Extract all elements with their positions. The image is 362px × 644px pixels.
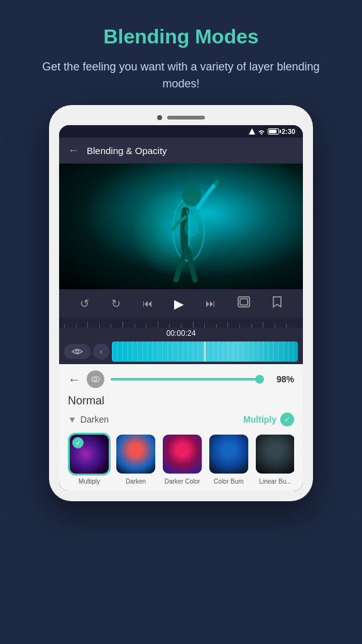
svg-point-3	[182, 184, 201, 206]
phone-notch	[59, 115, 303, 120]
swatch-multiply[interactable]: ✓ Multiply	[68, 433, 111, 485]
status-icons: 2:30	[249, 128, 295, 135]
swatch-darken-label: Darken	[126, 478, 146, 485]
status-time: 2:30	[282, 128, 295, 135]
play-button[interactable]: ▶	[174, 296, 184, 311]
selected-check-icon: ✓	[280, 413, 294, 426]
section-chevron-icon: ▼	[68, 414, 77, 425]
signal-icon	[249, 128, 255, 135]
redo-button[interactable]: ↻	[111, 297, 121, 311]
loop-icon	[238, 296, 250, 308]
darken-section-header: ▼ Darken Multiply ✓	[68, 413, 294, 426]
page-subtitle: Get the feeling you want with a variety …	[25, 58, 337, 92]
svg-point-1	[261, 134, 262, 135]
layers-icon	[91, 375, 100, 384]
swatch-linear-burn-label: Linear Bu...	[259, 478, 291, 485]
selected-mode-indicator: Multiply ✓	[243, 413, 294, 426]
video-background	[59, 164, 303, 289]
swatch-darker-color[interactable]: Darker Color	[161, 433, 204, 485]
status-bar: 2:30	[59, 125, 303, 138]
bookmark-button[interactable]	[272, 296, 282, 311]
svg-marker-0	[249, 128, 255, 135]
playhead	[204, 341, 206, 362]
track-row: ‹	[59, 339, 303, 364]
phone-mockup: 2:30 ← Blending & Opacity	[49, 105, 313, 501]
top-bar: ← Blending & Opacity	[59, 138, 303, 164]
back-button[interactable]: ←	[68, 144, 79, 157]
back-to-timeline-button[interactable]: ←	[68, 372, 80, 387]
swatch-linear-burn[interactable]: Linear Bu...	[254, 433, 294, 485]
wifi-icon	[258, 128, 265, 135]
opacity-control-row: ← 98%	[68, 370, 294, 388]
blend-mode-icon	[87, 370, 104, 388]
svg-point-4	[213, 176, 221, 186]
swatch-multiply-label: Multiply	[79, 478, 100, 485]
track-chevron[interactable]: ‹	[93, 343, 109, 360]
swatch-darker-color-label: Darker Color	[165, 478, 200, 485]
swatch-color-burn-img	[207, 433, 250, 475]
current-blend-mode: Normal	[68, 394, 294, 408]
speaker-bar	[167, 116, 205, 119]
svg-rect-6	[240, 299, 248, 305]
battery-icon	[268, 128, 279, 135]
blend-swatches-row: ✓ Multiply Darken Darker Color	[68, 433, 294, 485]
selected-mode-text: Multiply	[243, 414, 277, 425]
timecode-display: 00:00:24	[59, 328, 303, 339]
header-section: Blending Modes Get the feeling you want …	[0, 0, 362, 105]
darken-label: Darken	[80, 414, 109, 425]
swatch-darken[interactable]: Darken	[114, 433, 157, 485]
visibility-toggle[interactable]	[64, 344, 90, 359]
video-preview	[59, 164, 303, 289]
opacity-slider[interactable]	[111, 378, 263, 380]
skip-forward-button[interactable]: ⏭	[206, 298, 216, 309]
phone-screen: 2:30 ← Blending & Opacity	[59, 125, 303, 491]
swatch-linear-burn-img	[254, 433, 294, 475]
screen-title: Blending & Opacity	[87, 145, 167, 156]
loop-button[interactable]	[238, 296, 250, 311]
blend-controls: ← 98% Normal ▼ Darken	[59, 364, 303, 491]
dancer-figure	[151, 176, 226, 283]
opacity-value: 98%	[269, 374, 294, 384]
swatch-darken-img	[114, 433, 157, 475]
swatch-color-burn[interactable]: Color Burn	[207, 433, 250, 485]
camera-dot	[157, 115, 162, 120]
track-clip[interactable]	[112, 341, 298, 362]
bookmark-icon	[272, 296, 282, 308]
eye-icon	[72, 348, 83, 355]
swatch-color-burn-label: Color Burn	[214, 478, 244, 485]
svg-point-7	[76, 350, 79, 353]
undo-button[interactable]: ↺	[80, 297, 89, 311]
playback-controls: ↺ ↻ ⏮ ▶ ⏭	[59, 289, 303, 318]
swatch-darker-color-img	[161, 433, 204, 475]
darken-section-label: ▼ Darken	[68, 414, 109, 425]
ruler-marks	[59, 318, 303, 328]
page-title: Blending Modes	[25, 25, 337, 48]
timeline-ruler	[59, 318, 303, 328]
swatch-selected-check: ✓	[72, 437, 84, 448]
swatch-multiply-img: ✓	[68, 433, 111, 475]
skip-back-button[interactable]: ⏮	[143, 298, 153, 309]
